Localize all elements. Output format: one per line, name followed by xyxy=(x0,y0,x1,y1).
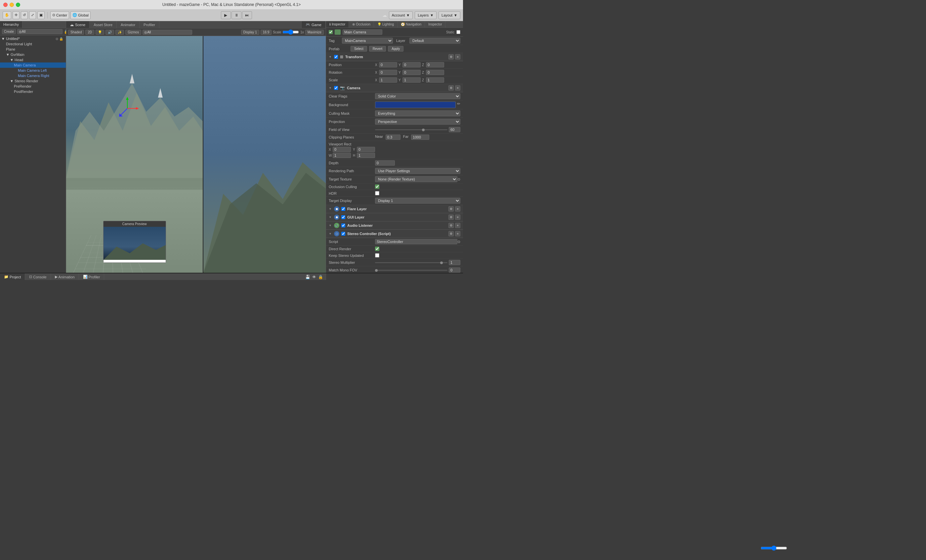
scl-x-input[interactable] xyxy=(379,77,397,83)
object-enabled-checkbox[interactable] xyxy=(329,30,333,34)
vp-y-input[interactable] xyxy=(357,147,375,152)
background-color-preview[interactable] xyxy=(375,101,456,108)
scene-search[interactable] xyxy=(142,30,192,35)
tree-item-camera-left[interactable]: Main Camera Left xyxy=(0,68,66,73)
flare-settings-icon[interactable]: ⚙ xyxy=(448,206,454,211)
fx-button[interactable]: ✨ xyxy=(115,30,124,35)
aspect-dropdown[interactable]: 16:9 xyxy=(260,30,271,35)
2d-button[interactable]: 2D xyxy=(85,30,94,35)
keep-stereo-checkbox[interactable] xyxy=(375,253,379,258)
transform-settings-icon[interactable]: ⚙ xyxy=(448,54,454,59)
gui-enabled[interactable] xyxy=(341,215,345,219)
audio-enabled[interactable] xyxy=(341,223,345,228)
transform-gear-icon[interactable]: ≡ xyxy=(455,54,460,59)
apply-btn[interactable]: Apply xyxy=(388,46,404,51)
direct-render-checkbox[interactable] xyxy=(375,247,379,251)
fov-input[interactable] xyxy=(449,127,460,132)
tree-item-gvrmain[interactable]: ▼ GvrMain xyxy=(0,52,66,57)
hierarchy-tab[interactable]: Hierarchy xyxy=(0,21,23,28)
animation-tab[interactable]: ▶ Animation xyxy=(51,273,79,280)
object-name-input[interactable] xyxy=(343,29,382,35)
tree-item-head[interactable]: ▼ Head xyxy=(0,57,66,62)
script-input[interactable] xyxy=(375,239,457,244)
depth-input[interactable] xyxy=(375,160,395,166)
navigation-tab[interactable]: 🧭 Navigation xyxy=(398,21,425,27)
occlusion-tab[interactable]: ⊗ Occlusion xyxy=(349,21,374,27)
transform-component-header[interactable]: ▼ ⊞ Transform ⚙ ≡ xyxy=(326,53,463,61)
rotate-tool[interactable]: ↺ xyxy=(21,11,28,19)
account-dropdown[interactable]: Account ▼ xyxy=(389,11,413,19)
pause-button[interactable]: ⏸ xyxy=(232,11,241,19)
vp-x-input[interactable] xyxy=(333,147,351,152)
target-display-select[interactable]: Display 1 xyxy=(375,198,460,204)
maximize-button[interactable] xyxy=(16,3,20,7)
tree-item-untitled[interactable]: ▼ ▼ Untitled*Untitled* ⊙ 🔒 xyxy=(0,36,66,41)
match-mono-input[interactable] xyxy=(449,267,460,273)
target-texture-select[interactable]: None (Render Texture) xyxy=(375,176,457,182)
layout-dropdown[interactable]: Layout ▼ xyxy=(439,11,460,19)
vp-h-input[interactable] xyxy=(357,153,375,158)
stereo-settings-icon[interactable]: ⚙ xyxy=(448,231,454,236)
inspector-tab-2[interactable]: Inspector xyxy=(425,21,445,27)
center-button[interactable]: ⊙ Center xyxy=(50,11,69,19)
pos-x-input[interactable] xyxy=(379,62,397,68)
flare-enabled[interactable] xyxy=(341,207,345,211)
stereo-gear-icon[interactable]: ≡ xyxy=(455,231,460,236)
camera-settings-icon[interactable]: ⚙ xyxy=(448,85,454,91)
rot-y-input[interactable] xyxy=(402,70,421,75)
play-button[interactable]: ▶ xyxy=(221,11,231,19)
shading-dropdown[interactable]: Shaded xyxy=(68,30,84,35)
target-texture-pick-icon[interactable]: ⊙ xyxy=(457,177,460,181)
scale-slider[interactable] xyxy=(283,29,299,35)
rendering-path-select[interactable]: Use Player Settings xyxy=(375,168,460,174)
flare-layer-header[interactable]: ▼ ⬟ Flare Layer ⚙ ≡ xyxy=(326,205,463,213)
layers-dropdown[interactable]: Layers ▼ xyxy=(415,11,437,19)
tree-item-directional-light[interactable]: Directional Light xyxy=(0,41,66,47)
transform-enabled[interactable] xyxy=(334,55,338,59)
flare-gear-icon[interactable]: ≡ xyxy=(455,206,460,211)
background-picker-icon[interactable]: ✏ xyxy=(457,101,460,108)
move-tool[interactable]: ✛ xyxy=(12,11,20,19)
audio-gear-icon[interactable]: ≡ xyxy=(455,223,460,228)
camera-enabled[interactable] xyxy=(334,86,338,90)
camera-component-header[interactable]: ▼ 📷 Camera ⚙ ≡ xyxy=(326,84,463,92)
culling-mask-select[interactable]: Everything xyxy=(375,110,460,116)
tree-item-plane[interactable]: Plane xyxy=(0,47,66,52)
vp-w-input[interactable] xyxy=(333,153,351,158)
gui-settings-icon[interactable]: ⚙ xyxy=(448,214,454,220)
clear-flags-select[interactable]: Solid Color xyxy=(375,93,460,99)
maximize-btn[interactable]: Maximize xyxy=(305,30,324,35)
step-button[interactable]: ⏭ xyxy=(242,11,252,19)
scl-y-input[interactable] xyxy=(402,77,421,83)
projection-select[interactable]: Perspective xyxy=(375,119,460,125)
project-tab[interactable]: 📁 Project xyxy=(0,273,25,280)
far-input[interactable] xyxy=(411,134,429,140)
global-button[interactable]: 🌐 Global xyxy=(70,11,91,19)
game-tab[interactable]: 🎮 Game xyxy=(302,21,326,28)
rot-x-input[interactable] xyxy=(379,70,397,75)
minimize-button[interactable] xyxy=(10,3,14,7)
lights-button[interactable]: 💡 xyxy=(95,30,104,35)
scene-tab[interactable]: ⛰ Scene xyxy=(66,21,89,28)
pos-y-input[interactable] xyxy=(402,62,421,68)
profiler-tab[interactable]: Profiler xyxy=(139,21,159,28)
gizmos-button[interactable]: Gizmos xyxy=(126,30,141,35)
pos-z-input[interactable] xyxy=(426,62,444,68)
layer-select[interactable]: Default xyxy=(409,38,460,44)
tree-item-stereo-render[interactable]: ▼ Stereo Render xyxy=(0,78,66,84)
camera-gear-icon[interactable]: ≡ xyxy=(455,85,460,91)
gui-layer-header[interactable]: ▼ ⬟ GUI Layer ⚙ ≡ xyxy=(326,213,463,222)
close-button[interactable] xyxy=(3,3,8,7)
lighting-tab[interactable]: 💡 Lighting xyxy=(374,21,398,27)
gui-gear-icon[interactable]: ≡ xyxy=(455,214,460,220)
hierarchy-create-btn[interactable]: Create xyxy=(2,29,16,34)
scl-z-input[interactable] xyxy=(426,77,444,83)
audio-button[interactable]: 🔊 xyxy=(106,30,114,35)
hierarchy-search[interactable] xyxy=(17,29,62,34)
inspector-tab-main[interactable]: ℹ Inspector xyxy=(326,21,349,27)
revert-btn[interactable]: Revert xyxy=(369,46,386,51)
tree-item-postrender[interactable]: PostRender xyxy=(0,89,66,94)
select-btn[interactable]: Select xyxy=(351,46,367,51)
audio-listener-header[interactable]: ▼ 🔊 Audio Listener ⚙ ≡ xyxy=(326,222,463,230)
hand-tool[interactable]: ✋ xyxy=(3,11,11,19)
